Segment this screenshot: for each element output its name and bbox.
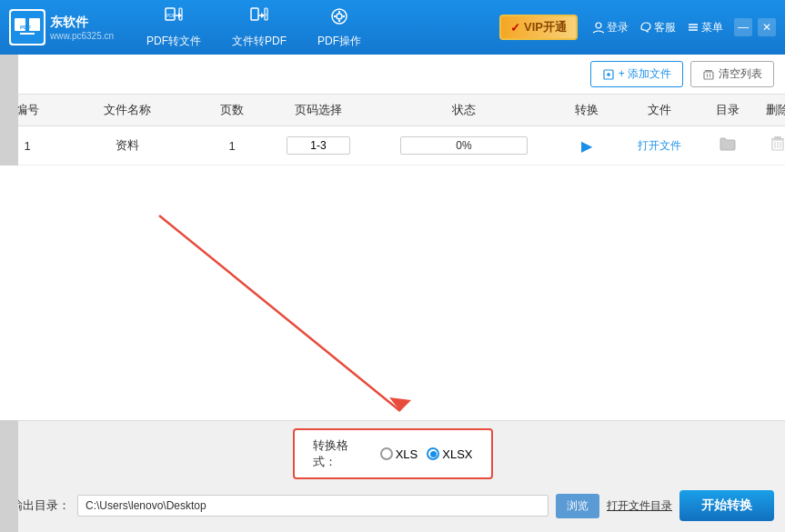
row-page-range-cell bbox=[264, 136, 373, 155]
row-filename: 资料 bbox=[55, 137, 200, 154]
table-row: 1 资料 1 0% ▶ 打开文件 bbox=[0, 126, 785, 166]
content-wrapper: + 添加文件 清空列表 编号 文件名称 页数 页码选择 状态 转换 文件 目录 … bbox=[0, 55, 785, 532]
nav-buttons: PDF PDF转文件 P 文件转PDF bbox=[132, 3, 376, 53]
title-bar: PDF 东软件 www.pc6325.cn PDF PDF转文件 bbox=[0, 0, 785, 55]
svg-text:PDF: PDF bbox=[20, 25, 31, 30]
svg-point-21 bbox=[596, 23, 601, 28]
add-file-button[interactable]: + 添加文件 bbox=[590, 61, 683, 87]
col-name: 文件名称 bbox=[55, 102, 200, 118]
app-logo-icon: PDF bbox=[9, 9, 45, 45]
open-file-link[interactable]: 打开文件 bbox=[638, 139, 681, 152]
logo-area: PDF 东软件 www.pc6325.cn bbox=[9, 9, 114, 45]
nav-pdf-to-file[interactable]: PDF PDF转文件 bbox=[132, 3, 216, 53]
output-label: 输出目录： bbox=[11, 497, 70, 514]
xlsx-radio[interactable] bbox=[427, 447, 439, 460]
output-path-input[interactable] bbox=[77, 495, 548, 517]
top-right-actions: 登录 客服 菜单 bbox=[592, 20, 723, 35]
xlsx-option[interactable]: XLSX bbox=[427, 447, 472, 461]
format-selector-wrapper: 转换格式： XLS XLSX bbox=[11, 428, 774, 479]
app-name: 东软件 bbox=[50, 15, 114, 31]
vip-badge[interactable]: VIP开通 bbox=[499, 15, 578, 40]
format-label: 转换格式： bbox=[313, 437, 369, 470]
col-dir: 目录 bbox=[700, 102, 755, 118]
window-controls: — ✕ bbox=[734, 18, 776, 36]
row-pages: 1 bbox=[200, 139, 264, 153]
bottom-panel: 转换格式： XLS XLSX 输出目录： 浏览 bbox=[0, 420, 785, 532]
svg-text:PDF: PDF bbox=[166, 13, 176, 18]
row-delete[interactable] bbox=[755, 136, 785, 156]
format-selector: 转换格式： XLS XLSX bbox=[293, 428, 493, 479]
service-btn[interactable]: 客服 bbox=[639, 20, 676, 35]
clear-list-button[interactable]: 清空列表 bbox=[690, 61, 774, 87]
play-icon[interactable]: ▶ bbox=[581, 138, 592, 154]
row-status-cell: 0% bbox=[373, 136, 555, 155]
toolbar: + 添加文件 清空列表 bbox=[0, 55, 785, 95]
login-btn[interactable]: 登录 bbox=[592, 20, 629, 35]
svg-point-20 bbox=[337, 14, 342, 19]
vip-label: VIP开通 bbox=[524, 19, 567, 35]
svg-rect-9 bbox=[179, 8, 182, 20]
svg-rect-33 bbox=[771, 138, 784, 140]
svg-rect-10 bbox=[251, 8, 258, 20]
radio-group: XLS XLSX bbox=[380, 447, 473, 461]
output-row: 输出目录： 浏览 打开文件目录 开始转换 bbox=[11, 487, 774, 525]
svg-rect-28 bbox=[705, 70, 712, 72]
pdf-ops-icon bbox=[329, 6, 349, 31]
nav-pdf-to-file-label: PDF转文件 bbox=[146, 34, 201, 49]
status-bar: 0% bbox=[400, 136, 528, 155]
delete-icon[interactable] bbox=[770, 139, 785, 155]
row-convert-btn[interactable]: ▶ bbox=[555, 137, 619, 155]
menu-btn[interactable]: 菜单 bbox=[687, 20, 723, 35]
svg-rect-32 bbox=[774, 136, 781, 138]
row-folder[interactable] bbox=[700, 136, 755, 155]
app-subtitle: www.pc6325.cn bbox=[50, 31, 114, 41]
pdf-to-file-icon: PDF bbox=[164, 6, 184, 31]
add-file-label: + 添加文件 bbox=[619, 66, 671, 82]
xls-option[interactable]: XLS bbox=[380, 447, 418, 461]
xlsx-label: XLSX bbox=[442, 447, 472, 461]
row-open-file[interactable]: 打开文件 bbox=[619, 138, 700, 154]
svg-text:P: P bbox=[266, 13, 268, 17]
col-status: 状态 bbox=[373, 102, 555, 118]
svg-line-38 bbox=[159, 216, 400, 411]
convert-button[interactable]: 开始转换 bbox=[679, 490, 774, 521]
xls-radio[interactable] bbox=[380, 447, 393, 460]
page-range-input[interactable] bbox=[287, 136, 350, 155]
open-dir-button[interactable]: 打开文件目录 bbox=[607, 498, 672, 514]
close-btn[interactable]: ✕ bbox=[758, 18, 776, 36]
col-pages: 页数 bbox=[200, 102, 264, 118]
col-page-range: 页码选择 bbox=[264, 102, 373, 118]
svg-rect-29 bbox=[704, 72, 713, 79]
nav-pdf-ops-label: PDF操作 bbox=[317, 34, 361, 49]
xls-label: XLS bbox=[396, 447, 418, 461]
svg-marker-39 bbox=[389, 397, 411, 411]
table-header: 编号 文件名称 页数 页码选择 状态 转换 文件 目录 删除 bbox=[0, 95, 785, 126]
file-table: 编号 文件名称 页数 页码选择 状态 转换 文件 目录 删除 1 资料 1 0%… bbox=[0, 95, 785, 166]
nav-file-to-pdf-label: 文件转PDF bbox=[232, 34, 287, 49]
folder-icon[interactable] bbox=[720, 138, 736, 154]
annotation-arrow bbox=[0, 166, 785, 420]
clear-list-label: 清空列表 bbox=[719, 66, 762, 82]
col-delete: 删除 bbox=[755, 102, 785, 118]
col-file: 文件 bbox=[619, 102, 700, 118]
browse-button[interactable]: 浏览 bbox=[556, 494, 599, 518]
svg-marker-12 bbox=[261, 13, 265, 18]
col-convert: 转换 bbox=[555, 102, 619, 118]
file-to-pdf-icon: P bbox=[249, 6, 269, 31]
nav-file-to-pdf[interactable]: P 文件转PDF bbox=[217, 3, 301, 53]
minimize-btn[interactable]: — bbox=[734, 18, 752, 36]
nav-pdf-ops[interactable]: PDF操作 bbox=[303, 3, 376, 53]
main-content bbox=[0, 166, 785, 420]
